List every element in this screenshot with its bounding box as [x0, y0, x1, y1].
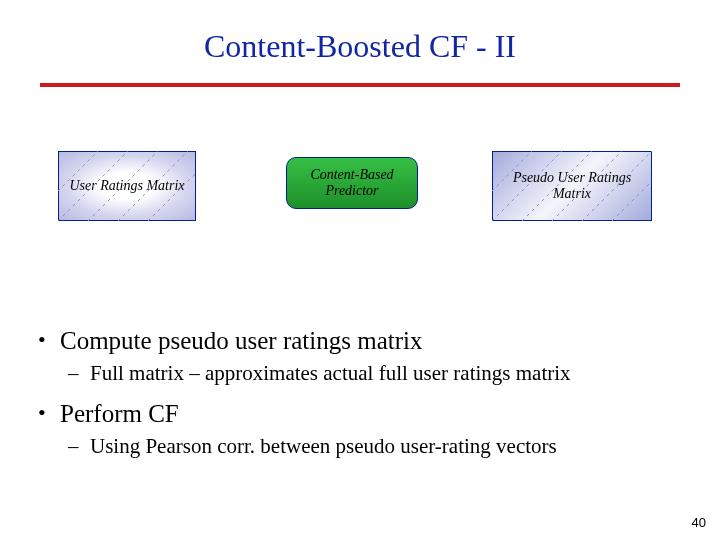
bullet-item: Perform CF Using Pearson corr. between p…: [60, 400, 686, 459]
page-number: 40: [692, 515, 706, 530]
sub-bullet: Full matrix – approximates actual full u…: [90, 361, 686, 386]
slide-title: Content-Boosted CF - II: [0, 0, 720, 65]
bullet-text: Perform CF: [60, 400, 179, 427]
bullet-item: Compute pseudo user ratings matrix Full …: [60, 327, 686, 386]
flow-diagram: User Ratings Matrix Content-Based Predic…: [40, 137, 680, 307]
bullet-text: Compute pseudo user ratings matrix: [60, 327, 422, 354]
sub-bullet: Using Pearson corr. between pseudo user-…: [90, 434, 686, 459]
title-underline: [40, 83, 680, 87]
node-label: Content-Based Predictor: [293, 167, 411, 199]
bullet-list: Compute pseudo user ratings matrix Full …: [60, 327, 686, 459]
node-label: Pseudo User Ratings Matrix: [499, 170, 645, 202]
slide: Content-Boosted CF - II User Ratings Mat…: [0, 0, 720, 540]
node-label: User Ratings Matrix: [69, 178, 184, 194]
node-user-ratings-matrix: User Ratings Matrix: [58, 151, 196, 221]
node-content-based-predictor: Content-Based Predictor: [286, 157, 418, 209]
node-pseudo-user-ratings-matrix: Pseudo User Ratings Matrix: [492, 151, 652, 221]
